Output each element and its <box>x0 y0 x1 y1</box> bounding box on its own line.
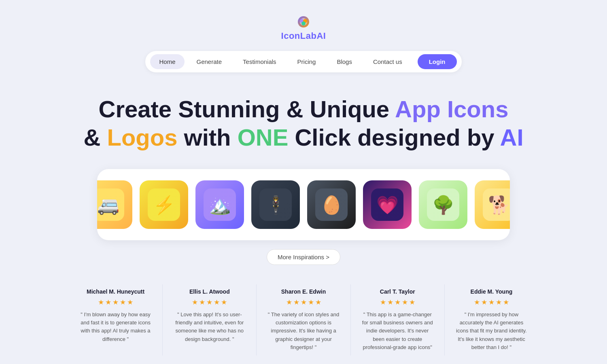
svg-text:💗: 💗 <box>376 195 399 216</box>
icon-tile-businessman[interactable]: 🕴️ <box>251 180 300 229</box>
star: ★ <box>301 298 307 307</box>
hero-line1-highlight: App Icons <box>395 96 508 122</box>
icon-tile-heart-shield[interactable]: 💗 <box>363 180 412 229</box>
review-text-2: " The variety of icon styles and customi… <box>266 311 340 351</box>
icons-gallery: 🚐 ⚡ 🏔️ 🕴️ <box>97 169 510 240</box>
stars-2: ★ ★ ★ ★ ★ <box>266 298 340 307</box>
star: ★ <box>112 298 119 307</box>
reviewer-name-0: Michael M. Huneycutt <box>79 288 153 295</box>
logo: IconLabAI <box>281 15 326 41</box>
star: ★ <box>192 298 198 307</box>
login-button[interactable]: Login <box>418 54 457 69</box>
review-text-1: " Love this app! It's so user-friendly a… <box>172 311 246 343</box>
testimonial-card-4: Eddie M. Young ★ ★ ★ ★ ★ " I'm impressed… <box>445 284 538 356</box>
svg-text:⚡: ⚡ <box>153 195 175 216</box>
review-text-4: " I'm impressed by how accurately the AI… <box>454 311 528 351</box>
nav-item-home[interactable]: Home <box>150 54 184 69</box>
star: ★ <box>387 298 393 307</box>
star: ★ <box>206 298 212 307</box>
star: ★ <box>488 298 495 307</box>
nav-item-pricing[interactable]: Pricing <box>289 54 325 69</box>
star: ★ <box>105 298 111 307</box>
star: ★ <box>409 298 415 307</box>
star: ★ <box>98 298 104 307</box>
star: ★ <box>481 298 487 307</box>
star: ★ <box>503 298 509 307</box>
hero-click-designed: Click designed by <box>288 124 500 150</box>
more-inspirations-wrap: More Inspirations > <box>0 249 607 265</box>
icon-tile-mountain[interactable]: 🏔️ <box>195 180 244 229</box>
icon-tile-food-truck[interactable]: 🚐 <box>97 180 132 229</box>
star: ★ <box>214 298 220 307</box>
icon-tile-pikachu[interactable]: ⚡ <box>140 180 188 229</box>
hero-title: Create Stunning & Unique App Icons & Log… <box>16 95 591 151</box>
reviewer-name-4: Eddie M. Young <box>454 288 528 295</box>
icons-row: 🚐 ⚡ 🏔️ 🕴️ <box>110 180 497 229</box>
star: ★ <box>199 298 205 307</box>
star: ★ <box>221 298 227 307</box>
star: ★ <box>496 298 502 307</box>
main-nav: Home Generate Testimonials Pricing Blogs… <box>145 51 461 72</box>
star: ★ <box>286 298 292 307</box>
logo-text: IconLabAI <box>281 31 326 41</box>
testimonials-section: Michael M. Huneycutt ★ ★ ★ ★ ★ " I'm blo… <box>61 284 546 356</box>
hero-section: Create Stunning & Unique App Icons & Log… <box>0 95 607 151</box>
stars-3: ★ ★ ★ ★ ★ <box>361 298 435 307</box>
hero-ai: AI <box>500 124 524 150</box>
more-inspirations-button[interactable]: More Inspirations > <box>267 249 340 265</box>
nav-item-generate[interactable]: Generate <box>188 54 231 69</box>
hero-with: with <box>177 124 237 150</box>
star: ★ <box>308 298 314 307</box>
nav-item-testimonials[interactable]: Testimonials <box>234 54 285 69</box>
testimonial-card-1: Ellis L. Atwood ★ ★ ★ ★ ★ " Love this ap… <box>163 284 257 356</box>
nav-item-blogs[interactable]: Blogs <box>328 54 361 69</box>
hero-one: ONE <box>238 124 289 150</box>
reviewer-name-1: Ellis L. Atwood <box>172 288 246 295</box>
logo-icon <box>293 15 314 31</box>
svg-point-4 <box>301 21 306 25</box>
star: ★ <box>120 298 126 307</box>
review-text-3: " This app is a game-changer for small b… <box>361 311 435 351</box>
hero-line1-start: Create Stunning & Unique <box>99 96 395 122</box>
svg-text:🕴️: 🕴️ <box>265 195 287 216</box>
testimonial-card-3: Carl T. Taylor ★ ★ ★ ★ ★ " This app is a… <box>351 284 445 356</box>
star: ★ <box>315 298 321 307</box>
star: ★ <box>293 298 299 307</box>
svg-text:🌳: 🌳 <box>432 195 454 216</box>
star: ★ <box>474 298 480 307</box>
svg-text:🏔️: 🏔️ <box>209 195 231 216</box>
reviewer-name-3: Carl T. Taylor <box>361 288 435 295</box>
hero-logos: Logos <box>107 124 177 150</box>
testimonial-card-0: Michael M. Huneycutt ★ ★ ★ ★ ★ " I'm blo… <box>69 284 163 356</box>
testimonial-card-2: Sharon E. Edwin ★ ★ ★ ★ ★ " The variety … <box>257 284 350 356</box>
svg-text:🚐: 🚐 <box>97 195 119 216</box>
stars-0: ★ ★ ★ ★ ★ <box>79 298 153 307</box>
icon-tile-dog[interactable]: 🐕 <box>475 180 510 229</box>
header: IconLabAI Home Generate Testimonials Pri… <box>0 0 607 72</box>
stars-1: ★ ★ ★ ★ ★ <box>172 298 246 307</box>
star: ★ <box>402 298 408 307</box>
star: ★ <box>380 298 386 307</box>
svg-text:🥚: 🥚 <box>320 195 343 216</box>
nav-item-contact[interactable]: Contact us <box>364 54 411 69</box>
star: ★ <box>395 298 401 307</box>
star: ★ <box>127 298 133 307</box>
hero-line2-start: & <box>83 124 107 150</box>
icon-tile-tree[interactable]: 🌳 <box>419 180 467 229</box>
reviewer-name-2: Sharon E. Edwin <box>266 288 340 295</box>
stars-4: ★ ★ ★ ★ ★ <box>454 298 528 307</box>
icon-tile-egg[interactable]: 🥚 <box>307 180 356 229</box>
svg-text:🐕: 🐕 <box>488 195 510 216</box>
review-text-0: " I'm blown away by how easy and fast it… <box>79 311 153 343</box>
